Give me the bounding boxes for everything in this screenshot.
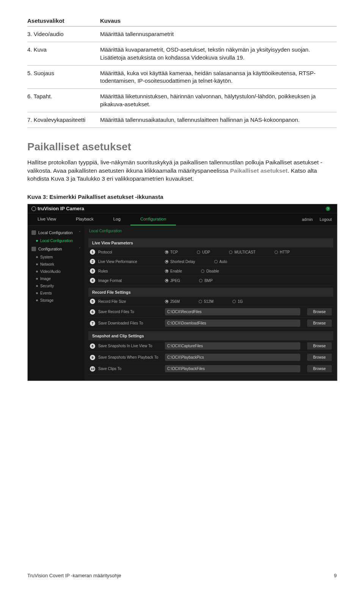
path-capture-files[interactable]: C:\OCX\CaptureFiles <box>165 342 300 350</box>
path-playback-pics[interactable]: C:\OCX\PlaybackPics <box>165 354 300 361</box>
main-tabs: Live View Playback Log Configuration adm… <box>28 213 337 226</box>
sidebar-item-video-audio[interactable]: Video/Audio <box>28 268 85 275</box>
row-save-clips: 10 Save Clips To C:\OCX\PlaybackFiles Br… <box>88 363 333 375</box>
group-record-file-settings: Record File Settings <box>88 288 333 297</box>
callout-9: 9 <box>90 355 95 360</box>
footer-title: TruVision Covert IP -kameran määritysohj… <box>27 573 121 578</box>
body-paragraph: Hallitse protokollan tyyppiä, live-näkym… <box>27 158 337 183</box>
sidebar-item-events[interactable]: Events <box>28 290 85 297</box>
callout-7: 7 <box>90 321 95 326</box>
logout-link[interactable]: Logout <box>320 217 332 222</box>
screenshot-local-configuration: truVision IP Camera ? Live View Playback… <box>27 204 337 381</box>
section-heading: Paikalliset asetukset <box>27 141 337 153</box>
callout-2: 2 <box>90 259 95 264</box>
radio-http[interactable]: HTTP <box>275 250 290 254</box>
group-snapshot-clip-settings: Snapshot and Clip Settings <box>88 331 333 340</box>
table-row: 6. Tapaht.Määrittää liiketunnistuksen, h… <box>27 89 337 112</box>
table-row: 4. KuvaMäärittää kuvaparametrit, OSD-ase… <box>27 42 337 66</box>
chevron-down-icon: ˅ <box>79 231 81 235</box>
logo-icon <box>31 206 36 211</box>
radio-jpeg[interactable]: JPEG <box>165 279 180 283</box>
page-footer: TruVision Covert IP -kameran määritysohj… <box>27 573 337 578</box>
help-icon[interactable]: ? <box>326 206 330 211</box>
breadcrumb: Local Configuration <box>88 228 333 236</box>
radio-tcp[interactable]: TCP <box>165 250 178 254</box>
sidebar-group-configuration[interactable]: Configuration˅ <box>28 244 85 254</box>
inline-bold: Paikalliset asetukset <box>230 167 288 174</box>
sidebar-item-security[interactable]: Security <box>28 282 85 290</box>
row-save-record-files: 6 Save Record Files To C:\OCX\RecordFile… <box>88 306 333 318</box>
row-save-downloaded-files: 7 Save Downloaded Files To C:\OCX\Downlo… <box>88 318 333 329</box>
callout-3: 3 <box>90 268 95 274</box>
figure-caption: Kuva 3: Esimerkki Paikalliset asetukset … <box>27 194 337 200</box>
settings-panel: Local Configuration Live View Parameters… <box>85 226 337 381</box>
sidebar-group-local[interactable]: Local Configuration˅ <box>28 228 85 237</box>
browse-button[interactable]: Browse <box>307 320 332 327</box>
th-desc: Kuvaus <box>100 15 337 27</box>
row-image-format: 4 Image Format JPEG BMP <box>88 276 333 285</box>
sidebar-item-local-configuration[interactable]: Local Configuration <box>28 237 85 244</box>
wrench-icon <box>31 247 36 251</box>
th-menus: Asetusvalikot <box>27 15 100 27</box>
callout-4: 4 <box>90 278 95 283</box>
sidebar-item-system[interactable]: System <box>28 254 85 261</box>
callout-1: 1 <box>90 249 95 255</box>
row-record-file-size: 5 Record File Size 256M 512M 1G <box>88 297 333 306</box>
browse-button[interactable]: Browse <box>307 354 332 361</box>
current-user: admin <box>302 217 313 222</box>
sidebar-item-image[interactable]: Image <box>28 275 85 282</box>
group-live-view-parameters: Live View Parameters <box>88 238 333 247</box>
path-record-files[interactable]: C:\OCX\RecordFiles <box>165 308 300 315</box>
callout-10: 10 <box>90 366 95 372</box>
radio-512m[interactable]: 512M <box>199 299 213 304</box>
radio-1g[interactable]: 1G <box>232 299 243 304</box>
table-row: 3. Video/audioMäärittää tallennusparamet… <box>27 27 337 42</box>
chevron-down-icon: ˅ <box>79 247 81 251</box>
browse-button[interactable]: Browse <box>307 365 332 372</box>
radio-bmp[interactable]: BMP <box>199 279 213 283</box>
radio-auto[interactable]: Auto <box>214 260 228 264</box>
callout-5: 5 <box>90 299 95 304</box>
row-rules: 3 Rules Enable Disable <box>88 266 333 276</box>
tab-live-view[interactable]: Live View <box>28 213 66 225</box>
radio-udp[interactable]: UDP <box>197 250 210 254</box>
radio-multicast[interactable]: MULTICAST <box>229 250 256 254</box>
browse-button[interactable]: Browse <box>307 342 332 350</box>
sidebar-item-network[interactable]: Network <box>28 261 85 268</box>
row-protocol: 1 Protocol TCP UDP MULTICAST HTTP <box>88 247 333 257</box>
radio-shortest-delay[interactable]: Shortest Delay <box>165 260 195 264</box>
radio-256m[interactable]: 256M <box>165 299 180 304</box>
row-save-snapshots-playback: 9 Save Snapshots When Playback To C:\OCX… <box>88 352 333 363</box>
row-save-snapshots-live: 8 Save Snapshots In Live View To C:\OCX\… <box>88 340 333 352</box>
app-logo: truVision IP Camera <box>31 206 84 211</box>
table-row: 5. SuojausMäärittää, kuka voi käyttää ka… <box>27 65 337 89</box>
row-live-view-performance: 2 Live View Performance Shortest Delay A… <box>88 257 333 266</box>
settings-table: Asetusvalikot Kuvaus 3. Video/audioMääri… <box>27 15 337 128</box>
path-downloaded-files[interactable]: C:\OCX\DownloadFiles <box>165 320 300 327</box>
radio-enable[interactable]: Enable <box>165 269 182 273</box>
local-config-icon <box>31 230 36 235</box>
browse-button[interactable]: Browse <box>307 308 332 315</box>
page-number: 9 <box>334 573 337 578</box>
sidebar: Local Configuration˅ Local Configuration… <box>28 226 85 381</box>
table-row: 7. KovalevykapasiteettiMäärittää tallenn… <box>27 112 337 128</box>
callout-8: 8 <box>90 343 95 349</box>
sidebar-item-storage[interactable]: Storage <box>28 297 85 304</box>
tab-configuration[interactable]: Configuration <box>130 213 176 225</box>
path-playback-files[interactable]: C:\OCX\PlaybackFiles <box>165 365 300 372</box>
callout-6: 6 <box>90 309 95 315</box>
radio-disable[interactable]: Disable <box>201 269 219 273</box>
tab-playback[interactable]: Playback <box>66 213 104 225</box>
tab-log[interactable]: Log <box>104 213 130 225</box>
